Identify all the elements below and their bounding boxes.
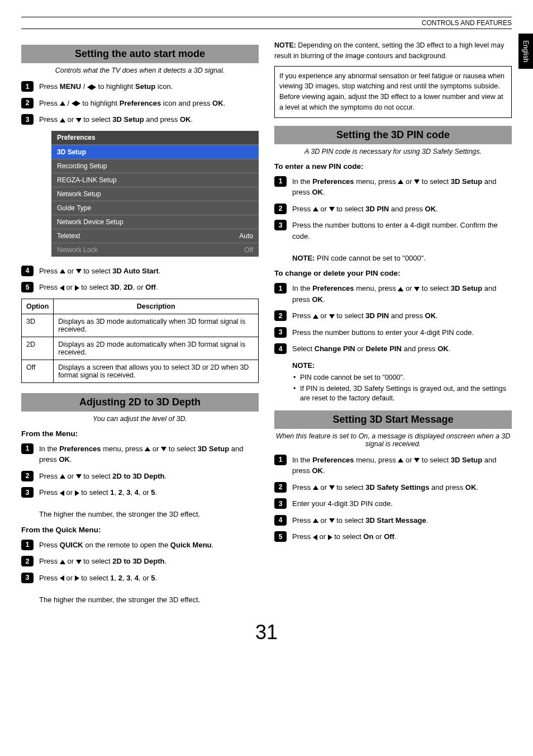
- step-number: 1: [274, 455, 287, 465]
- up-icon: [313, 314, 318, 319]
- menu-item: 3D Setup: [51, 145, 259, 159]
- step-number: 2: [274, 204, 287, 214]
- step-text: Enter your 4-digit 3D PIN code.: [292, 498, 512, 509]
- left-column: Setting the auto start mode Controls wha…: [21, 40, 259, 611]
- step-text: Press or to select On or Off.: [292, 531, 512, 542]
- step-number: 2: [21, 98, 34, 108]
- right-icon: [75, 285, 79, 291]
- step-number: 1: [21, 540, 34, 550]
- down-icon: [76, 269, 82, 273]
- table-cell: Displays as 2D mode automatically when 3…: [54, 337, 259, 360]
- step-number: 3: [274, 327, 287, 338]
- step-number: 3: [21, 114, 34, 125]
- table-cell: 2D: [22, 337, 54, 360]
- step-number: 1: [21, 443, 34, 454]
- table-cell: 3D: [22, 314, 54, 337]
- step-text: Press the number buttons to enter a 4-di…: [292, 220, 512, 263]
- sub-heading: To enter a new PIN code:: [274, 162, 512, 171]
- down-icon: [76, 118, 82, 122]
- table-cell: Displays a screen that allows you to sel…: [54, 360, 259, 382]
- table-header: Option: [22, 299, 54, 314]
- page-number: 31: [21, 621, 512, 644]
- step-number: 3: [21, 573, 34, 583]
- left-icon: [60, 490, 64, 496]
- up-icon: [313, 207, 318, 211]
- menu-item: Guide Type: [51, 201, 259, 215]
- menu-header: Preferences: [51, 131, 259, 145]
- up-icon: [60, 560, 65, 564]
- menu-item: TeletextAuto: [51, 229, 259, 243]
- up-icon: [313, 518, 318, 523]
- step-number: 5: [274, 531, 287, 542]
- down-icon: [329, 207, 335, 211]
- up-icon: [398, 179, 403, 184]
- step-number: 3: [21, 487, 34, 498]
- step-number: 2: [274, 310, 287, 321]
- step-number: 1: [274, 283, 287, 294]
- step-number: 1: [21, 81, 34, 92]
- step-text: In the Preferences menu, press or to sel…: [292, 283, 512, 305]
- left-icon: [313, 535, 317, 540]
- menu-item: Network Device Setup: [51, 215, 259, 229]
- step-text: Press or to select 1, 2, 3, 4, or 5.The …: [39, 573, 259, 606]
- section-subtitle: When this feature is set to On, a messag…: [274, 432, 512, 448]
- down-icon: [414, 287, 420, 291]
- step-text: Press or to select 2D to 3D Depth.: [39, 471, 259, 482]
- note-text: NOTE: Depending on the content, setting …: [274, 40, 512, 62]
- step-text: In the Preferences menu, press or to sel…: [292, 455, 512, 476]
- up-icon: [60, 118, 65, 122]
- step-text: Press or to select 3D PIN and press OK.: [292, 310, 512, 322]
- up-icon: [60, 269, 65, 273]
- step-text: Press or to select 3D Start Message.: [292, 515, 512, 526]
- up-icon: [313, 485, 318, 490]
- menu-item: REGZA-LINK Setup: [51, 173, 259, 187]
- menu-item: Network Setup: [51, 187, 259, 201]
- left-icon: [87, 84, 92, 90]
- step-text: Press or to select 1, 2, 3, 4, or 5.The …: [39, 487, 259, 520]
- table-header: Description: [54, 299, 259, 314]
- step-number: 2: [21, 556, 34, 566]
- step-number: 4: [274, 515, 287, 526]
- sub-heading: From the Menu:: [21, 429, 259, 438]
- menu-item: Network LockOff: [51, 243, 259, 257]
- options-table: OptionDescription 3DDisplays as 3D mode …: [21, 299, 259, 383]
- down-icon: [161, 447, 166, 451]
- up-icon: [398, 458, 403, 462]
- right-column: NOTE: Depending on the content, setting …: [274, 40, 512, 611]
- language-tab: English: [518, 34, 533, 69]
- down-icon: [76, 560, 82, 564]
- step-number: 3: [274, 220, 287, 230]
- right-icon: [328, 535, 332, 540]
- up-icon: [60, 474, 65, 479]
- right-icon: [75, 575, 79, 581]
- step-number: 2: [21, 471, 34, 481]
- section-subtitle: Controls what the TV does when it detect…: [21, 67, 259, 74]
- up-icon: [60, 101, 65, 106]
- down-icon: [76, 474, 82, 479]
- left-icon: [72, 101, 76, 106]
- sub-heading: From the Quick Menu:: [21, 526, 259, 534]
- down-icon: [329, 518, 335, 523]
- right-icon: [76, 101, 80, 106]
- left-icon: [60, 285, 64, 291]
- step-number: 4: [274, 343, 287, 354]
- note-item: PIN code cannot be set to "0000".: [292, 373, 512, 383]
- step-number: 5: [21, 282, 34, 292]
- step-text: Press or to select 3D PIN and press OK.: [292, 204, 512, 215]
- down-icon: [329, 314, 335, 319]
- table-cell: Off: [22, 360, 54, 382]
- down-icon: [414, 179, 420, 184]
- up-icon: [145, 447, 150, 451]
- section-subtitle: A 3D PIN code is necessary for using 3D …: [274, 148, 512, 155]
- step-text: Press or to select 3D Setup and press OK…: [39, 114, 259, 125]
- section-subtitle: You can adjust the level of 3D.: [21, 415, 259, 423]
- step-text: Press or to select 3D Safety Settings an…: [292, 482, 512, 493]
- step-text: In the Preferences menu, press or to sel…: [292, 176, 512, 198]
- step-number: 1: [274, 176, 287, 187]
- sub-heading: To change or delete your PIN code:: [274, 269, 512, 277]
- right-icon: [75, 490, 79, 496]
- warning-box: If you experience any abnormal sensation…: [274, 66, 512, 118]
- step-text: Press QUICK on the remote to open the Qu…: [39, 540, 259, 551]
- table-cell: Displays as 3D mode automatically when 3…: [54, 314, 259, 337]
- step-text: Select Change PIN or Delete PIN and pres…: [292, 343, 512, 405]
